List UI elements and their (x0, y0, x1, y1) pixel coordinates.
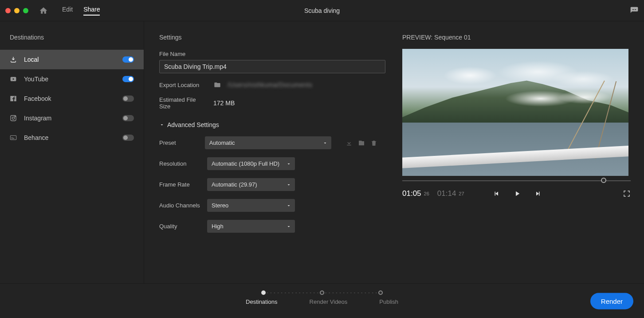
chevron-down-icon (286, 182, 291, 187)
quality-label: Quality (159, 223, 201, 230)
render-button[interactable]: Render (590, 293, 633, 309)
export-location-label: Export Location (159, 82, 207, 88)
destination-label: Facebook (24, 95, 122, 102)
download-preset-icon[interactable] (346, 139, 353, 147)
chevron-down-icon (322, 140, 328, 146)
step-dot-publish[interactable] (378, 290, 383, 295)
step-dot-render[interactable] (320, 290, 324, 295)
preset-value: Automatic (209, 139, 235, 146)
feedback-icon[interactable] (630, 6, 639, 15)
tab-edit[interactable]: Edit (62, 6, 73, 16)
window-maximize-button[interactable] (23, 8, 28, 13)
current-time: 01:05 (402, 189, 421, 198)
instagram-icon (10, 115, 18, 122)
svg-point-2 (15, 116, 15, 117)
chevron-down-icon (286, 224, 291, 229)
send-preset-icon[interactable] (358, 139, 365, 147)
main-content: Destinations Local YouTube Facebook (0, 21, 644, 283)
frame-rate-label: Frame Rate (159, 181, 201, 188)
folder-icon[interactable] (213, 81, 221, 88)
destination-facebook[interactable]: Facebook (0, 89, 144, 108)
step-label-render: Render Videos (310, 298, 348, 305)
advanced-settings-toggle[interactable]: Advanced Settings (159, 121, 377, 128)
destination-toggle[interactable] (122, 56, 134, 63)
preset-label: Preset (159, 139, 199, 146)
play-button[interactable] (513, 190, 521, 198)
advanced-settings-label: Advanced Settings (167, 121, 219, 128)
audio-channels-select[interactable]: Stereo (207, 199, 295, 212)
home-icon[interactable] (39, 6, 48, 15)
destination-youtube[interactable]: YouTube (0, 69, 144, 89)
time-display-row: 01:05 26 01:14 27 (402, 189, 631, 198)
file-name-input[interactable] (159, 60, 385, 73)
file-name-label: File Name (159, 51, 377, 57)
quality-select[interactable]: High (207, 220, 295, 233)
tab-share[interactable]: Share (83, 6, 100, 16)
step-connector: - - - - - - - - - - - - - - - (266, 290, 320, 295)
resolution-label: Resolution (159, 160, 201, 167)
estimated-size-value: 172 MB (213, 99, 235, 107)
step-label-destinations: Destinations (246, 298, 278, 305)
destination-label: Local (24, 56, 122, 63)
youtube-icon (10, 76, 18, 82)
chevron-down-icon (159, 122, 165, 127)
preview-timeline[interactable] (402, 178, 631, 184)
current-frames: 26 (424, 191, 429, 196)
destination-label: Behance (24, 134, 122, 141)
total-time: 01:14 (437, 189, 456, 198)
resolution-value: Automatic (1080p Full HD) (212, 160, 279, 167)
step-back-button[interactable] (493, 190, 501, 198)
destinations-sidebar: Destinations Local YouTube Facebook (0, 21, 144, 283)
footer: - - - - - - - - - - - - - - - - - - - - … (0, 283, 644, 318)
destination-toggle[interactable] (122, 95, 134, 102)
destination-label: YouTube (24, 76, 122, 83)
settings-heading: Settings (159, 34, 377, 41)
frame-rate-value: Automatic (29.97) (212, 181, 257, 188)
behance-icon: Be (10, 134, 18, 141)
estimated-size-label: Estimated File Size (159, 96, 207, 110)
destination-instagram[interactable]: Instagram (0, 108, 144, 128)
progress-stepper: - - - - - - - - - - - - - - - - - - - - … (246, 290, 398, 305)
chevron-down-icon (286, 161, 291, 167)
project-title: Scuba diving (304, 7, 340, 14)
chevron-down-icon (286, 203, 291, 208)
settings-panel: Settings File Name Export Location /User… (144, 21, 392, 283)
workspace-tabs: Edit Share (62, 6, 100, 16)
quality-value: High (212, 223, 224, 230)
total-frames: 27 (459, 191, 464, 196)
destination-local[interactable]: Local (0, 50, 144, 69)
window-controls (5, 8, 28, 13)
destinations-heading: Destinations (0, 34, 144, 50)
destination-label: Instagram (24, 115, 122, 122)
svg-point-1 (12, 117, 14, 119)
resolution-select[interactable]: Automatic (1080p Full HD) (207, 157, 295, 170)
window-minimize-button[interactable] (14, 8, 20, 13)
destination-toggle[interactable] (122, 115, 134, 121)
step-forward-button[interactable] (534, 190, 542, 198)
window-close-button[interactable] (5, 8, 11, 13)
step-connector: - - - - - - - - - - - - - - - (324, 290, 378, 295)
preset-select[interactable]: Automatic (205, 136, 331, 149)
preset-actions (346, 139, 377, 147)
transport-controls (493, 190, 542, 198)
frame-rate-select[interactable]: Automatic (29.97) (207, 178, 295, 191)
playhead[interactable] (601, 178, 606, 183)
audio-channels-label: Audio Channels (159, 202, 201, 209)
export-location-path: /Users/nishkuma/Documents (228, 81, 312, 88)
destination-toggle[interactable] (122, 135, 134, 141)
local-disk-icon (10, 56, 18, 63)
fullscreen-button[interactable] (623, 190, 631, 198)
audio-channels-value: Stereo (212, 202, 228, 209)
titlebar: Edit Share Scuba diving (0, 0, 644, 21)
step-label-publish: Publish (379, 298, 398, 305)
preview-thumbnail (402, 49, 628, 176)
preview-heading: PREVIEW: Sequence 01 (402, 34, 631, 41)
preview-panel: PREVIEW: Sequence 01 01:05 26 01:14 27 (392, 21, 644, 283)
facebook-icon (10, 95, 18, 102)
svg-text:Be: Be (11, 137, 15, 139)
destination-behance[interactable]: Be Behance (0, 128, 144, 147)
destination-toggle[interactable] (122, 76, 134, 82)
delete-preset-icon[interactable] (370, 139, 377, 147)
step-dot-destinations[interactable] (261, 290, 266, 295)
